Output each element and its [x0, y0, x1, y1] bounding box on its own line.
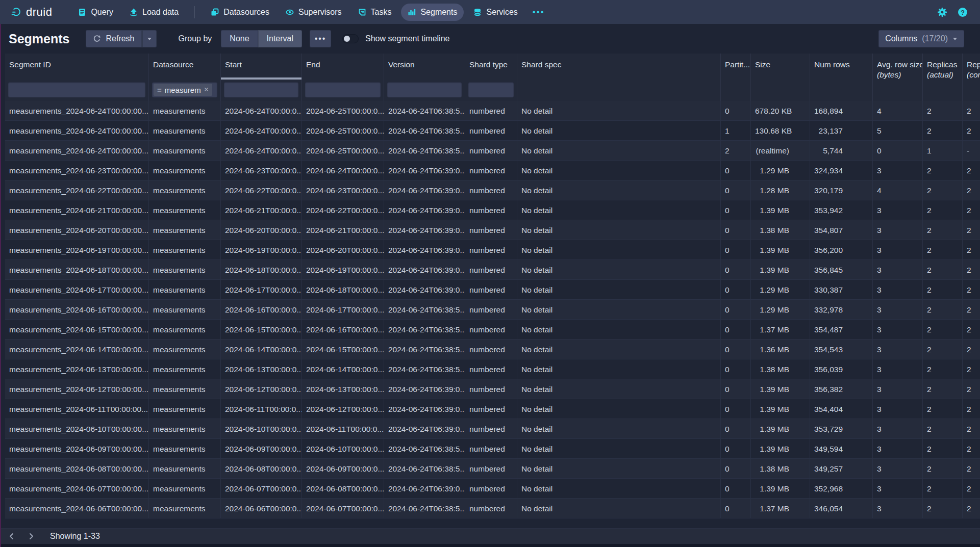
column-header-size[interactable]: Size [751, 54, 810, 80]
column-header-version[interactable]: Version [384, 54, 465, 80]
cell-datasource: measurements [149, 439, 221, 459]
cell-shard-type: numbered [465, 180, 517, 200]
cell-replication-factor: 2 [963, 300, 980, 320]
nav-item-tasks[interactable]: Tasks [351, 4, 398, 21]
cell-version: 2024-06-24T06:38:5... [384, 320, 465, 340]
remove-filter-icon[interactable]: × [204, 85, 209, 94]
druid-logo[interactable]: druid [11, 6, 52, 19]
cell-version: 2024-06-24T06:39:0... [384, 180, 465, 200]
cell-partit: 1 [721, 121, 751, 141]
cell-num-rows: 168,894 [810, 101, 873, 121]
gear-icon[interactable] [937, 7, 947, 17]
filter-input[interactable] [305, 82, 381, 97]
cell-partit: 0 [721, 419, 751, 439]
table-row[interactable]: measurements_2024-06-19T00:00:00....meas… [5, 240, 980, 260]
column-header-datasource[interactable]: Datasource [149, 54, 221, 80]
column-header-num-rows[interactable]: Num rows [810, 54, 873, 80]
segments-icon [408, 8, 416, 16]
table-row[interactable]: measurements_2024-06-15T00:00:00....meas… [5, 320, 980, 340]
nav-item-datasources[interactable]: Datasources [204, 4, 276, 21]
filter-input[interactable] [8, 82, 145, 97]
table-row[interactable]: measurements_2024-06-21T00:00:00....meas… [5, 200, 980, 220]
table-row[interactable]: measurements_2024-06-18T00:00:00....meas… [5, 260, 980, 280]
table-row[interactable]: measurements_2024-06-12T00:00:00....meas… [5, 379, 980, 399]
cell-datasource: measurements [149, 121, 221, 141]
table-row[interactable]: measurements_2024-06-06T00:00:00....meas… [5, 499, 980, 518]
filter-input[interactable] [468, 82, 514, 97]
nav-item-query[interactable]: Query [71, 4, 120, 21]
nav-item-supervisors[interactable]: Supervisors [279, 4, 348, 21]
cell-version: 2024-06-24T06:38:5... [384, 499, 465, 518]
refresh-split-button: Refresh [86, 30, 156, 47]
cell-segment-id: measurements_2024-06-23T00:00:00.... [5, 161, 149, 180]
filter-cell [5, 80, 149, 101]
column-header-start[interactable]: Start [221, 54, 302, 80]
cell-partit: 0 [721, 479, 751, 499]
column-header-shard-type[interactable]: Shard type [465, 54, 517, 80]
column-header-segment-id[interactable]: Segment ID [5, 54, 149, 80]
group-by-none-button[interactable]: None [221, 30, 258, 47]
refresh-button[interactable]: Refresh [86, 30, 141, 47]
datasource-filter-tag[interactable]: =measurem× [154, 84, 212, 96]
cell-num-rows: 5,744 [810, 141, 873, 161]
column-header-label: Replication factor [967, 60, 980, 69]
datasource-filter-input[interactable]: =measurem× [152, 82, 217, 97]
cell-version: 2024-06-24T06:38:5... [384, 340, 465, 359]
table-row[interactable]: measurements_2024-06-24T00:00:00....meas… [5, 141, 980, 161]
cell-partit: 0 [721, 220, 751, 240]
column-header-shard-spec[interactable]: Shard spec [517, 54, 721, 80]
table-row[interactable]: measurements_2024-06-10T00:00:00....meas… [5, 419, 980, 439]
table-row[interactable]: measurements_2024-06-22T00:00:00....meas… [5, 180, 980, 200]
cell-size: 678.20 KB [751, 101, 810, 121]
column-header-replicas[interactable]: Replicas(actual) [923, 54, 963, 80]
cell-end: 2024-06-22T00:00:0... [302, 200, 384, 220]
prev-page-button[interactable] [4, 529, 19, 544]
brand-name: druid [26, 6, 52, 19]
cell-datasource: measurements [149, 101, 221, 121]
table-row[interactable]: measurements_2024-06-16T00:00:00....meas… [5, 300, 980, 320]
nav-item-services[interactable]: Services [467, 4, 524, 21]
table-row[interactable]: measurements_2024-06-24T00:00:00....meas… [5, 121, 980, 141]
table-row[interactable]: measurements_2024-06-20T00:00:00....meas… [5, 220, 980, 240]
table-row[interactable]: measurements_2024-06-08T00:00:00....meas… [5, 459, 980, 479]
help-icon[interactable]: ? [958, 7, 968, 17]
table-row[interactable]: measurements_2024-06-14T00:00:00....meas… [5, 340, 980, 359]
cell-replication-factor: 2 [963, 260, 980, 280]
cell-partit: 0 [721, 379, 751, 399]
table-row[interactable]: measurements_2024-06-07T00:00:00....meas… [5, 479, 980, 499]
cell-partit: 0 [721, 280, 751, 300]
cell-segment-id: measurements_2024-06-20T00:00:00.... [5, 220, 149, 240]
cell-replication-factor: - [963, 141, 980, 161]
refresh-caret-button[interactable] [142, 30, 157, 47]
column-header-replication-factor[interactable]: Replication factor(configured) [963, 54, 980, 80]
next-page-button[interactable] [23, 529, 39, 544]
table-row[interactable]: measurements_2024-06-23T00:00:00....meas… [5, 161, 980, 180]
filter-input[interactable] [224, 82, 298, 97]
page-title: Segments [9, 32, 69, 46]
columns-button[interactable]: Columns (17/20) [878, 30, 964, 47]
table-row[interactable]: measurements_2024-06-09T00:00:00....meas… [5, 439, 980, 459]
nav-item-segments[interactable]: Segments [401, 4, 464, 21]
nav-item-load-data[interactable]: Load data [123, 4, 185, 21]
cell-num-rows: 23,137 [810, 121, 873, 141]
table-row[interactable]: measurements_2024-06-13T00:00:00....meas… [5, 359, 980, 379]
cell-avg-row-size: 5 [873, 121, 923, 141]
table-row[interactable]: measurements_2024-06-11T00:00:00....meas… [5, 399, 980, 419]
refresh-label: Refresh [106, 34, 134, 43]
column-header-avg-row-size[interactable]: Avg. row size(bytes) [873, 54, 923, 80]
nav-more-button[interactable]: ••• [527, 3, 550, 21]
table-row[interactable]: measurements_2024-06-17T00:00:00....meas… [5, 280, 980, 300]
cell-end: 2024-06-21T00:00:0... [302, 220, 384, 240]
more-options-button[interactable]: ••• [310, 30, 331, 47]
column-header-end[interactable]: End [302, 54, 384, 80]
cell-shard-spec: No detail [517, 121, 721, 141]
cell-size: 1.39 MB [751, 260, 810, 280]
cell-segment-id: measurements_2024-06-16T00:00:00.... [5, 300, 149, 320]
timeline-toggle[interactable] [342, 34, 359, 43]
column-header-partit[interactable]: Partit... [721, 54, 751, 80]
filter-input[interactable] [387, 82, 462, 97]
group-by-interval-button[interactable]: Interval [258, 30, 302, 47]
cell-start: 2024-06-24T00:00:0... [221, 101, 302, 121]
table-row[interactable]: measurements_2024-06-24T00:00:00....meas… [5, 101, 980, 121]
cell-version: 2024-06-24T06:39:0... [384, 260, 465, 280]
